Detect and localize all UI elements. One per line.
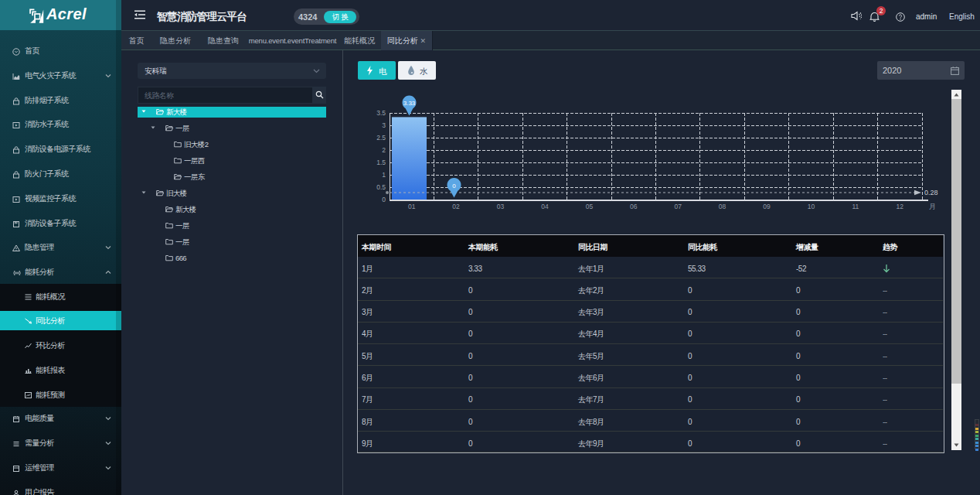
svg-text:10: 10	[808, 203, 815, 210]
svg-text:2: 2	[382, 146, 386, 154]
svg-text:1: 1	[382, 171, 386, 179]
svg-text:0.28: 0.28	[924, 189, 938, 196]
svg-text:3: 3	[382, 121, 386, 129]
svg-text:12: 12	[897, 203, 904, 210]
svg-text:0: 0	[452, 183, 456, 189]
svg-text:01: 01	[408, 203, 416, 210]
svg-text:07: 07	[674, 203, 682, 210]
svg-text:03: 03	[497, 203, 505, 210]
svg-text:2.5: 2.5	[376, 134, 386, 142]
svg-text:3.5: 3.5	[376, 109, 386, 117]
svg-text:04: 04	[541, 203, 549, 210]
svg-text:05: 05	[586, 203, 594, 210]
svg-text:0.5: 0.5	[376, 183, 386, 191]
svg-text:09: 09	[763, 203, 771, 210]
svg-text:1.5: 1.5	[376, 159, 386, 166]
svg-text:02: 02	[452, 203, 460, 210]
svg-text:06: 06	[630, 203, 638, 210]
svg-text:3.33: 3.33	[403, 100, 416, 107]
svg-text:月: 月	[929, 203, 936, 210]
svg-text:0: 0	[382, 196, 386, 203]
svg-text:08: 08	[719, 203, 726, 210]
svg-text:11: 11	[852, 203, 859, 210]
